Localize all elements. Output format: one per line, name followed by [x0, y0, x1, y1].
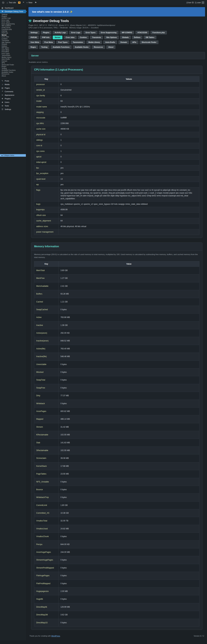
collapse-menu-button[interactable]: ◀ Collapse menu: [0, 154, 26, 157]
submenu-item[interactable]: Server: [0, 34, 26, 36]
sidebar-item[interactable]: ☰ Settings: [0, 108, 26, 111]
tab[interactable]: Defines: [132, 36, 143, 39]
submenu-item[interactable]: Settings: [0, 14, 26, 16]
table-row: fpu yes: [34, 165, 200, 170]
whats-new-banner[interactable]: See what's new in version 2.0.1! ✨: [28, 7, 205, 16]
sidebar-item[interactable]: ❝ Comments: [0, 90, 26, 93]
submenu-item[interactable]: Activity Logs: [0, 17, 26, 19]
submenu-item[interactable]: Site Options: [0, 42, 26, 44]
row-value: 1.80 GB: [58, 501, 200, 509]
submenu-item[interactable]: Shortcode Finder: [0, 64, 26, 66]
tab[interactable]: Taxonomies: [71, 40, 85, 44]
site-name-link[interactable]: ⌂ Test site: [6, 0, 17, 5]
submenu-item[interactable]: Plugins: [0, 16, 26, 18]
account-menu[interactable]: (User ID: 1) user: [185, 0, 206, 5]
tab[interactable]: Post Types: [56, 40, 70, 44]
tab[interactable]: About: [106, 45, 116, 49]
tab[interactable]: Server: [53, 36, 62, 39]
submenu-item[interactable]: DB Tables: [0, 47, 26, 49]
submenu-item[interactable]: WP-CONFIG: [0, 25, 26, 27]
submenu-item[interactable]: Post Types: [0, 53, 26, 55]
submenu-item[interactable]: PHP.INI: [0, 30, 26, 32]
submenu-item[interactable]: Testing: [0, 68, 26, 70]
tab[interactable]: Transients: [90, 36, 103, 39]
row-value: 4599.99: [58, 207, 200, 212]
tab[interactable]: WP-CONFIG: [120, 31, 134, 34]
tab[interactable]: Cookies: [78, 36, 89, 39]
sidebar-item[interactable]: ♫ Media: [0, 83, 26, 86]
tab[interactable]: HTACCESS: [135, 31, 149, 34]
submenu-item[interactable]: Regex: [0, 66, 26, 68]
submenu-item[interactable]: Media Library: [0, 56, 26, 58]
tab[interactable]: Auto-Drafts: [103, 40, 117, 44]
table-row: Buffers 93.26 MB: [34, 290, 200, 298]
sidebar-item[interactable]: ⚙ Tools: [0, 104, 26, 108]
submenu-item[interactable]: Cron Jobs: [0, 36, 26, 38]
tab[interactable]: APIs: [130, 40, 138, 44]
tab[interactable]: PHP Info: [40, 36, 52, 39]
submenu-item[interactable]: Globals: [0, 43, 26, 45]
tab[interactable]: Domain: [118, 40, 129, 44]
tab[interactable]: DB Tables: [144, 36, 156, 39]
submenu-item[interactable]: Post Meta: [0, 51, 26, 53]
tab[interactable]: Error Logs: [69, 31, 82, 34]
row-key: DirectMap2M: [34, 611, 58, 619]
submenu-item-row: Cron Jobs: [0, 36, 26, 38]
flag-button[interactable]: ⚑: [34, 0, 38, 5]
submenu-item[interactable]: PHP Info: [0, 32, 26, 34]
tab[interactable]: Post Meta: [42, 40, 55, 44]
tab[interactable]: Shortcode Finder: [140, 40, 158, 44]
tab[interactable]: User Meta: [28, 40, 41, 44]
tab[interactable]: Settings: [28, 31, 40, 34]
tab[interactable]: Available Functions: [50, 45, 72, 49]
sidebar-item[interactable]: ✒ Appearance: [0, 93, 26, 97]
tab[interactable]: Media Library: [86, 40, 102, 44]
menu-icon: ❝: [1, 90, 4, 93]
table-row: Writeback 0 bytes: [34, 400, 200, 408]
sidebar-item[interactable]: ▤ Pages: [0, 86, 26, 90]
tab[interactable]: Site Options: [104, 36, 119, 39]
ddt-admin-bar-button[interactable]: ⚒: [17, 0, 22, 5]
new-content-button[interactable]: + New: [25, 0, 34, 5]
wordpress-logo-icon[interactable]: Ⓦ: [1, 0, 6, 5]
cpu-panel-title: CPU Information (1 Logical Processors): [31, 66, 202, 74]
sidebar-item-dashboard[interactable]: ▦ Dashboard: [0, 6, 26, 10]
tab[interactable]: Error Types: [84, 31, 98, 34]
comments-button[interactable]: ❝: [22, 0, 25, 5]
tab[interactable]: Resources: [92, 45, 105, 49]
tab[interactable]: Cron Jobs: [64, 36, 76, 39]
tab[interactable]: Regex: [28, 45, 38, 49]
submenu-item[interactable]: Available Functions: [0, 70, 26, 71]
submenu-item[interactable]: Transients: [0, 40, 26, 42]
tab[interactable]: Globals: [120, 36, 131, 39]
submenu-item-row: Resources: [0, 73, 26, 75]
submenu-item[interactable]: User Meta: [0, 49, 26, 51]
submenu-item[interactable]: Defines: [0, 45, 26, 47]
submenu-item[interactable]: About: [0, 75, 26, 77]
tab[interactable]: Functions.php: [150, 31, 167, 34]
submenu-item[interactable]: Resources: [0, 73, 26, 75]
submenu-item[interactable]: Auto-Drafts: [0, 58, 26, 60]
tab[interactable]: PHP.INI: [28, 36, 39, 39]
submenu-item[interactable]: Functions.php: [0, 28, 26, 30]
tab[interactable]: Activity Logs: [52, 31, 68, 34]
table-row: ShmemPmdMapped 0 bytes: [34, 564, 200, 572]
wordpress-link[interactable]: WordPress: [51, 635, 60, 637]
submenu-item[interactable]: Available Hooks: [0, 71, 26, 73]
sidebar-item[interactable]: ❖ Plugins: [0, 97, 26, 100]
submenu-item[interactable]: APIs: [0, 62, 26, 64]
submenu-item[interactable]: Error Suppressing: [0, 23, 26, 25]
tab[interactable]: Plugins: [41, 31, 52, 34]
submenu-item[interactable]: Domain: [0, 60, 26, 62]
sidebar-item[interactable]: ☻ Users: [0, 100, 26, 104]
sidebar-item-developer-debug-tools[interactable]: ⚒ Developer Debug Tools: [0, 10, 26, 13]
sidebar-item[interactable]: ✎ Posts: [0, 79, 26, 83]
submenu-item[interactable]: Error Logs: [0, 19, 26, 21]
submenu-item[interactable]: Taxonomies: [0, 54, 26, 56]
tab[interactable]: Error Suppressing: [99, 31, 118, 34]
submenu-item[interactable]: Cookies: [0, 38, 26, 40]
tab[interactable]: Available Hooks: [73, 45, 91, 49]
submenu-item[interactable]: HTACCESS: [0, 27, 26, 29]
tab[interactable]: Testing: [39, 45, 50, 49]
submenu-item[interactable]: Error Types: [0, 21, 26, 23]
